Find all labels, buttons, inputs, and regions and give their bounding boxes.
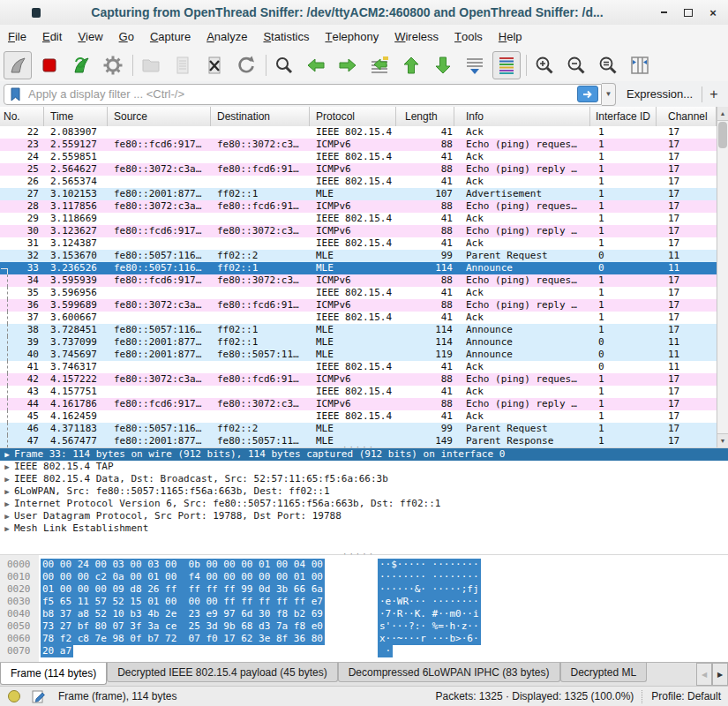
menu-help[interactable]: Help (491, 25, 530, 49)
byte-view-tab[interactable]: Decrypted ML (560, 663, 648, 682)
menu-capture[interactable]: Capture (142, 25, 199, 49)
scroll-down-icon[interactable]: ▼ (717, 433, 728, 447)
packet-row[interactable]: 333.236526fe80::5057:116…ff02::1MLE114An… (0, 262, 717, 274)
column-header-destination[interactable]: Destination (211, 107, 310, 126)
packet-row[interactable]: 464.371183fe80::5057:116…ff02::2MLE99Par… (0, 423, 717, 435)
column-header-no-[interactable]: No. (0, 107, 44, 126)
restart-capture-button[interactable] (67, 51, 95, 79)
packet-row[interactable]: 232.559127fe80::fcd6:917…fe80::3072:c3…I… (0, 139, 717, 151)
byte-view-tab[interactable]: Decrypted IEEE 802.15.4 payload (45 byte… (107, 663, 337, 682)
hex-ascii[interactable]: ·e·WR··· ········ (378, 596, 481, 608)
expand-arrow-icon[interactable]: ▶ (0, 485, 14, 498)
menu-view[interactable]: View (70, 25, 110, 49)
expand-arrow-icon[interactable]: ▶ (0, 522, 14, 535)
menu-analyze[interactable]: Analyze (199, 25, 255, 49)
scrollbar-thumb[interactable] (718, 122, 727, 148)
find-packet-button[interactable] (270, 51, 298, 79)
byte-view-tab[interactable]: Decompressed 6LoWPAN IPHC (83 bytes) (338, 663, 560, 682)
menu-edit[interactable]: Edit (34, 25, 70, 49)
hex-ascii[interactable]: s'···?:· %=·h·z·· (378, 620, 481, 633)
byte-view-tab[interactable]: Frame (114 bytes) (0, 663, 107, 685)
go-to-packet-button[interactable] (365, 51, 394, 79)
reload-button[interactable] (232, 51, 260, 79)
save-file-button[interactable] (169, 51, 197, 79)
packet-row[interactable]: 413.746317IEEE 802.15.441Ack011 (0, 361, 717, 373)
packet-row[interactable]: 454.162459IEEE 802.15.441Ack117 (0, 410, 717, 423)
hex-ascii[interactable]: ·7·R··K. #··m0··i (378, 608, 481, 620)
packet-row[interactable]: 252.564627fe80::3072:c3a…fe80::fcd6:91…I… (0, 163, 717, 176)
display-filter-input[interactable] (26, 86, 577, 103)
packet-row[interactable]: 353.596956IEEE 802.15.441Ack117 (0, 287, 717, 299)
hex-line[interactable]: 005073 27 bf 80 07 3f 3a ce 25 3d 9b 68 … (0, 620, 728, 633)
detail-line[interactable]: ▶User Datagram Protocol, Src Port: 19788… (0, 510, 728, 522)
zoom-original-button[interactable] (594, 51, 622, 79)
hex-line[interactable]: 002001 00 00 00 09 d8 26 ff ff ff ff 99 … (0, 583, 728, 596)
hex-line[interactable]: 001000 00 00 c2 0a 00 01 00 f4 00 00 00 … (0, 571, 728, 583)
expand-arrow-icon[interactable]: ▶ (0, 498, 14, 510)
auto-scroll-button[interactable] (461, 51, 489, 79)
detail-line[interactable]: ▶6LoWPAN, Src: fe80::5057:1165:f56a:663b… (0, 485, 728, 498)
start-capture-button[interactable] (4, 51, 32, 79)
menu-wireless[interactable]: Wireless (387, 25, 447, 49)
expression-button[interactable]: Expression... (627, 87, 693, 101)
packet-row[interactable]: 303.123627fe80::fcd6:917…fe80::3072:c3…I… (0, 225, 717, 237)
column-header-source[interactable]: Source (108, 107, 211, 126)
column-header-channel[interactable]: Channel (657, 107, 717, 126)
expert-info-icon[interactable] (7, 689, 21, 703)
go-back-button[interactable] (302, 51, 330, 79)
hex-ascii[interactable]: ······&· ·····;fj (378, 583, 481, 596)
packet-list-scrollbar[interactable]: ▲ ▼ (717, 107, 728, 447)
hex-line[interactable]: 0030f5 65 11 57 52 15 01 00 00 00 ff ff … (0, 596, 728, 608)
menu-file[interactable]: File (0, 25, 34, 49)
hex-ascii[interactable]: ··$····· ········ (378, 559, 481, 571)
capture-options-button[interactable] (99, 51, 127, 79)
hex-ascii[interactable]: x··~···r ···b>·6· (378, 633, 481, 645)
packet-row[interactable]: 323.153670fe80::5057:116…ff02::2MLE99Par… (0, 250, 717, 262)
packet-row[interactable]: 363.599689fe80::3072:c3a…fe80::fcd6:91…I… (0, 299, 717, 312)
minimize-button[interactable] (654, 4, 673, 20)
zoom-in-button[interactable] (530, 51, 559, 79)
hex-line[interactable]: 007020 a7 · (0, 645, 728, 657)
go-forward-button[interactable] (334, 51, 362, 79)
packet-row[interactable]: 373.600667IEEE 802.15.441Ack117 (0, 312, 717, 324)
close-button[interactable]: × (703, 4, 723, 20)
menu-statistics[interactable]: Statistics (255, 25, 317, 49)
hex-bytes[interactable]: 00 00 00 c2 0a 00 01 00 f4 00 00 00 00 0… (41, 571, 325, 583)
hex-ascii[interactable]: ········ ········ (378, 571, 481, 583)
close-file-button[interactable] (200, 51, 229, 79)
packet-row[interactable]: 273.102153fe80::2001:877…ff02::1MLE107Ad… (0, 188, 717, 200)
column-header-interface-id[interactable]: Interface ID (590, 107, 657, 126)
hex-bytes[interactable]: b8 37 a8 52 10 b3 4b 2e 23 e9 97 6d 30 f… (41, 608, 325, 620)
hex-bytes[interactable]: 78 f2 c8 7e 98 0f b7 72 07 f0 17 62 3e 8… (41, 633, 325, 645)
packet-row[interactable]: 313.124387IEEE 802.15.441Ack117 (0, 237, 717, 250)
menu-tools[interactable]: Tools (447, 25, 491, 49)
open-file-button[interactable] (137, 51, 165, 79)
hex-line[interactable]: 000000 00 24 00 03 00 03 00 0b 00 00 00 … (0, 559, 728, 571)
packet-row[interactable]: 222.083907IEEE 802.15.441Ack117 (0, 126, 717, 139)
column-header-info[interactable]: Info (454, 107, 590, 126)
packet-row[interactable]: 444.161786fe80::fcd6:917…fe80::3072:c3…I… (0, 398, 717, 410)
resize-columns-button[interactable] (626, 51, 654, 79)
detail-line[interactable]: ▶Mesh Link Establishment (0, 522, 728, 535)
colorize-button[interactable] (492, 51, 521, 79)
hex-bytes[interactable]: 20 a7 (41, 645, 73, 657)
add-filter-button[interactable]: + (709, 86, 717, 102)
bookmark-icon[interactable] (8, 86, 24, 102)
packet-row[interactable]: 242.559851IEEE 802.15.441Ack117 (0, 151, 717, 163)
maximize-button[interactable] (679, 4, 698, 20)
packet-row[interactable]: 434.157751IEEE 802.15.441Ack117 (0, 386, 717, 398)
column-header-time[interactable]: Time (44, 107, 108, 126)
detail-line[interactable]: ▶IEEE 802.15.4 Data, Dst: Broadcast, Src… (0, 473, 728, 485)
expand-arrow-icon[interactable]: ▶ (0, 448, 14, 461)
packet-row[interactable]: 424.157222fe80::3072:c3a…fe80::fcd6:91…I… (0, 373, 717, 386)
filter-history-dropdown[interactable]: ▼ (602, 83, 616, 106)
expand-arrow-icon[interactable]: ▶ (0, 510, 14, 522)
packet-row[interactable]: 383.728451fe80::5057:116…ff02::1MLE114An… (0, 324, 717, 336)
menu-telephony[interactable]: Telephony (317, 25, 387, 49)
packet-row[interactable]: 293.118669IEEE 802.15.441Ack117 (0, 213, 717, 225)
last-packet-button[interactable] (429, 51, 457, 79)
stop-capture-button[interactable] (35, 51, 64, 79)
splitter-handle[interactable]: ····· (342, 445, 375, 450)
hex-bytes[interactable]: 73 27 bf 80 07 3f 3a ce 25 3d 9b 68 d3 7… (41, 620, 325, 633)
status-profile[interactable]: Profile: Default (651, 690, 721, 702)
